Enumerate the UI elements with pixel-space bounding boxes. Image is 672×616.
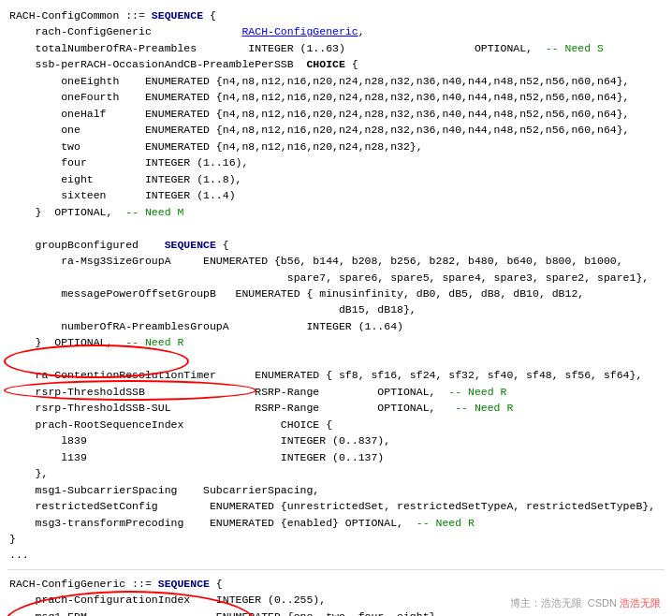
- code-container: RACH-ConfigCommon ::= SEQUENCE { rach-Co…: [0, 0, 672, 616]
- section-divider: [7, 569, 665, 570]
- rach-config-generic-link[interactable]: RACH-ConfigGeneric: [241, 25, 358, 37]
- watermark: 博主：浩浩无限 CSDN 浩浩无限: [510, 596, 661, 610]
- code-block-1: RACH-ConfigCommon ::= SEQUENCE { rach-Co…: [2, 6, 670, 565]
- section1: RACH-ConfigCommon ::= SEQUENCE { rach-Co…: [2, 6, 670, 565]
